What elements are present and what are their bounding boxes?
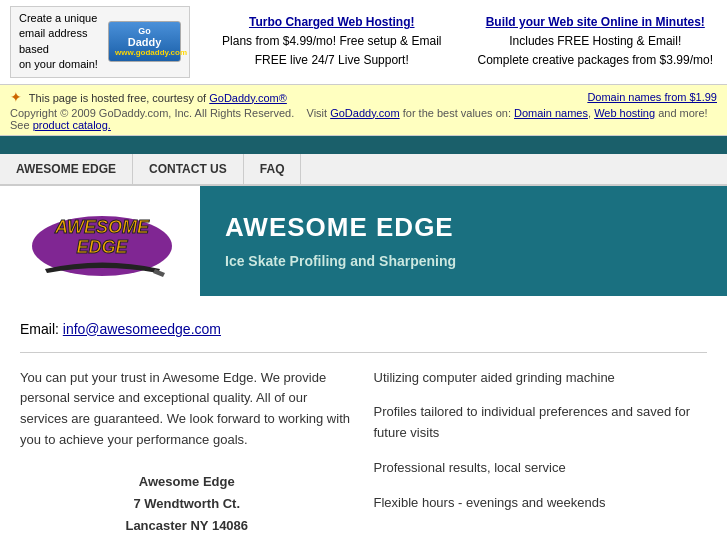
navigation-bar: AWESOME EDGE CONTACT US FAQ <box>0 154 727 186</box>
teal-separator <box>0 136 727 154</box>
hero-section: AWESOME EDGE AWESOME EDGE Ice Skate Prof… <box>0 186 727 296</box>
hosted-notice: ✦ This page is hosted free, courtesy of … <box>10 89 287 105</box>
ad-line1: Create a unique <box>19 12 97 24</box>
godaddy-notice-bar: ✦ This page is hosted free, courtesy of … <box>0 85 727 136</box>
address-city: Lancaster NY 14086 <box>20 515 354 537</box>
copyright-text: Copyright © 2009 GoDaddy.com, Inc. All R… <box>10 107 294 119</box>
nav-item-awesome-edge[interactable]: AWESOME EDGE <box>0 154 133 184</box>
hero-text-area: AWESOME EDGE Ice Skate Profiling and Sha… <box>200 186 727 296</box>
feature-item-3: Professional results, local service <box>374 458 708 479</box>
website-ad-link[interactable]: Build your Web site Online in Minutes! <box>486 15 705 29</box>
description-text: You can put your trust in Awesome Edge. … <box>20 368 354 451</box>
domain-names-footer-link[interactable]: Domain names <box>514 107 588 119</box>
top-ad-banner: Create a unique email address based on y… <box>0 0 727 85</box>
hero-title: AWESOME EDGE <box>225 212 702 243</box>
godaddy-ad-text: Create a unique email address based on y… <box>19 11 102 73</box>
feature-item-4: Flexible hours - evenings and weekends <box>374 493 708 514</box>
godaddy-visit-link[interactable]: GoDaddy.com <box>330 107 400 119</box>
hosting-ad-line2: FREE live 24/7 Live Support! <box>210 51 454 70</box>
email-link[interactable]: info@awesomeedge.com <box>63 321 221 337</box>
features-column: Utilizing computer aided grinding machin… <box>374 368 708 537</box>
website-ad-line2: Complete creative packages from $3.99/mo… <box>474 51 718 70</box>
website-ad-line1: Includes FREE Hosting & Email! <box>474 32 718 51</box>
godaddy-ad-left: Create a unique email address based on y… <box>10 6 190 78</box>
logo-svg: AWESOME EDGE <box>25 201 180 286</box>
domain-price-link: Domain names from $1.99 <box>587 91 717 103</box>
godaddy-link[interactable]: GoDaddy.com® <box>209 92 287 104</box>
product-catalog-link[interactable]: product catalog. <box>33 119 111 131</box>
domain-names-link[interactable]: Domain names from $1.99 <box>587 91 717 103</box>
visit-text: Visit <box>307 107 328 119</box>
address-street: 7 Wendtworth Ct. <box>20 493 354 515</box>
hosting-ad-line1: Plans from $4.99/mo! Free setup & Email <box>210 32 454 51</box>
hero-subtitle: Ice Skate Profiling and Sharpening <box>225 253 702 269</box>
address-name: Awesome Edge <box>20 471 354 493</box>
description-column: You can put your trust in Awesome Edge. … <box>20 368 354 537</box>
ad-line2: email address based <box>19 27 87 54</box>
feature-item-2: Profiles tailored to individual preferen… <box>374 402 708 444</box>
copyright-row: Copyright © 2009 GoDaddy.com, Inc. All R… <box>10 107 717 131</box>
site-logo: AWESOME EDGE <box>0 186 200 296</box>
email-row: Email: info@awesomeedge.com <box>20 311 707 353</box>
visit-for-text: for the best values on: <box>403 107 511 119</box>
hosting-ad-link[interactable]: Turbo Charged Web Hosting! <box>249 15 415 29</box>
star-icon: ✦ <box>10 89 22 105</box>
content-area: Email: info@awesomeedge.com You can put … <box>0 296 727 545</box>
svg-text:EDGE: EDGE <box>76 237 128 257</box>
feature-item-1: Utilizing computer aided grinding machin… <box>374 368 708 389</box>
website-ad-right: Build your Web site Online in Minutes! I… <box>474 13 718 71</box>
nav-item-contact-us[interactable]: CONTACT US <box>133 154 244 184</box>
address-block: Awesome Edge 7 Wendtworth Ct. Lancaster … <box>20 471 354 537</box>
hosting-ad-mid: Turbo Charged Web Hosting! Plans from $4… <box>210 13 454 71</box>
hosted-text: This page is hosted free, courtesy of <box>29 92 206 104</box>
godaddy-logo-badge: Go Daddy www.godaddy.com <box>108 21 181 62</box>
nav-item-faq[interactable]: FAQ <box>244 154 302 184</box>
main-content: AWESOME EDGE AWESOME EDGE Ice Skate Prof… <box>0 186 727 545</box>
ad-line3: on your domain! <box>19 58 98 70</box>
svg-text:AWESOME: AWESOME <box>54 217 150 237</box>
email-label: Email: <box>20 321 59 337</box>
logo-graphic: AWESOME EDGE <box>25 201 175 281</box>
content-columns: You can put your trust in Awesome Edge. … <box>20 368 707 537</box>
web-hosting-footer-link[interactable]: Web hosting <box>594 107 655 119</box>
